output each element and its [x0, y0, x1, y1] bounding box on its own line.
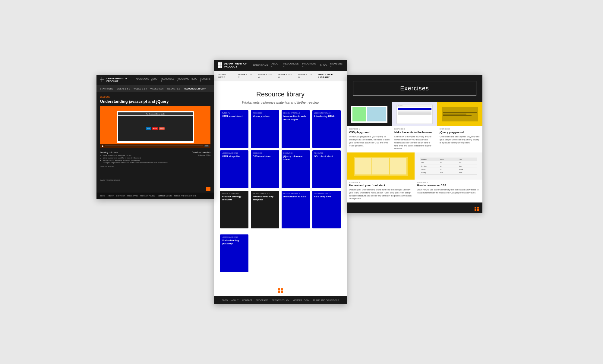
exercise-title-3: jQuery playground — [440, 131, 480, 134]
play-button[interactable]: ▶ — [102, 145, 104, 147]
screens-container: DEPARTMENT OF PRODUCT ADMISSIONS ABOUT ▾… — [96, 60, 507, 305]
learning-section: Learning outcomes: What javascript is an… — [100, 151, 210, 167]
exercise-body-3: EXERCISE 3 jQuery playground Understand … — [437, 126, 482, 147]
exercise-card-2[interactable]: EXERCISE 2 Make live edits in the browse… — [392, 102, 437, 153]
table-row-4: padding px/% inner — [420, 171, 477, 174]
video-player[interactable]: The Document Object Model React Angular … — [100, 106, 210, 148]
tech-badge-angular: Angular — [152, 127, 158, 130]
center-footer-login[interactable]: MEMBER LOGIN — [293, 299, 309, 301]
card-title-7: SOL cheat sheet — [314, 155, 339, 158]
center-footer-programs[interactable]: PROGRAMS — [256, 299, 268, 301]
exercise-card-5[interactable]: Property Value Use color hex text font-s… — [415, 152, 482, 202]
th-1: Property — [420, 158, 439, 161]
lesson-label: LESSON 1 — [100, 96, 210, 98]
td-3-2: px — [439, 168, 458, 171]
th-2: Value — [439, 158, 458, 161]
center-nav-links: ADMISSIONS ABOUT RESOURCES PROGRAMS BLOG… — [253, 62, 343, 68]
exercise-card-4[interactable]: EXERCISE 4 Understand your front stack D… — [347, 152, 415, 202]
exercises-header: Exercises — [347, 75, 482, 102]
card-title-5: CSS cheat sheet — [253, 155, 277, 158]
footer-blog[interactable]: BLOG — [100, 195, 105, 197]
download-link[interactable]: Help and FAQs — [192, 154, 210, 156]
center-subnav-weeks78[interactable]: WEEKS 7 & 8 — [298, 73, 313, 79]
resource-card-sql-cheat[interactable]: Resource SOL cheat sheet — [312, 150, 341, 188]
footer-privacy[interactable]: PRIVACY POLICY — [140, 195, 155, 197]
browser-bar — [397, 105, 432, 107]
left-subnav-weeks78[interactable]: WEEKS 7 & 8 — [167, 88, 180, 90]
exercise-card-1[interactable]: EXERCISE 1 CSS playground In this CSS pl… — [347, 102, 392, 153]
exercises-title-box: Exercises — [353, 81, 476, 96]
table-row-2: font-size px size — [420, 165, 477, 168]
card-type-0: Tutorial — [222, 112, 247, 114]
card-type-11: Lesson materials — [314, 193, 339, 194]
tech-badge-react: React — [146, 127, 151, 130]
center-footer-privacy[interactable]: PRIVACY POLICY — [272, 299, 289, 301]
th-3: Use — [458, 158, 477, 161]
table-row-3: margin px space — [420, 168, 477, 171]
exercise-desc-2: Learn how to navigate your way around de… — [394, 135, 435, 150]
resource-card-understanding-js[interactable]: Lesson materials Understanding javascrip… — [220, 234, 248, 272]
back-to-dashboard[interactable]: BACK TO DASHBOARD — [96, 177, 214, 184]
exercise-desc-1: In this CSS playground, you're going to … — [349, 135, 390, 147]
left-nav-blog[interactable]: BLOG — [191, 78, 197, 82]
center-divider — [241, 280, 320, 280]
center-nav-members[interactable]: MEMBERS — [330, 62, 343, 68]
left-nav-about[interactable]: ABOUT ▾ — [151, 78, 159, 82]
footer-programs[interactable]: PROGRAMS — [127, 195, 138, 197]
center-footer-contact[interactable]: CONTACT — [242, 299, 252, 301]
left-nav-members[interactable]: MEMBERS ▾ — [200, 78, 210, 82]
tech-badge-ember: ember — [159, 127, 164, 130]
td-3-1: margin — [420, 168, 439, 171]
center-dp-mark — [278, 288, 283, 293]
outcome-1: What javascript is and what it is not — [103, 155, 189, 156]
resource-card-product-strategy[interactable]: Product template Product Strategy Templa… — [220, 191, 248, 228]
center-nav-blog[interactable]: BLOG — [320, 64, 327, 67]
center-subnav-weeks34[interactable]: WEEKS 3 & 4 — [258, 73, 273, 79]
resource-card-intro-css[interactable]: Lesson materials Introduction to CSS — [282, 191, 310, 228]
outcomes-title: Learning outcomes: — [100, 151, 189, 153]
left-subnav-weeks56[interactable]: WEEKS 5 & 6 — [150, 88, 164, 90]
exercise-title-2: Make live edits in the browser — [394, 131, 435, 134]
card-type-7: Resource — [314, 152, 339, 154]
center-subnav-weeks56[interactable]: WEEKS 5 & 6 — [278, 73, 293, 79]
left-nav-resources[interactable]: RESOURCES ▾ — [161, 78, 174, 82]
resource-card-html-deep[interactable]: Lesson Materials HTML deep dive — [220, 150, 248, 188]
center-nav-admissions[interactable]: ADMISSIONS — [253, 64, 268, 67]
resource-card-html-cheat[interactable]: Tutorial HTML cheat sheet — [220, 110, 248, 148]
center-nav-about[interactable]: ABOUT — [271, 62, 280, 68]
left-subnav-weeks34[interactable]: WEEKS 3 & 4 — [134, 88, 147, 90]
center-nav-resources[interactable]: RESOURCES — [283, 62, 299, 68]
footer-about[interactable]: ABOUT — [108, 195, 114, 197]
resource-card-intro-html[interactable]: Lesson Materials Introducing HTML — [312, 110, 341, 148]
footer-terms[interactable]: TERMS AND CONDITIONS — [174, 195, 196, 197]
resource-card-intro-web[interactable]: Lesson Materials Introduction to web tec… — [282, 110, 310, 148]
exercise-card-3[interactable]: EXERCISE 3 jQuery playground Understand … — [437, 102, 482, 153]
resource-card-css-deep[interactable]: Lesson materials CSS deep dive — [312, 191, 341, 228]
left-nav-programs[interactable]: PROGRAMS ▾ — [177, 78, 189, 82]
exercise-desc-3: Understand the basic syntax of jQuery an… — [440, 135, 480, 144]
center-subnav-start[interactable]: START HERE — [218, 73, 233, 79]
td-2-3: size — [458, 165, 477, 168]
resource-card-memory[interactable]: Workbook Memory palace — [251, 110, 279, 148]
resource-card-product-roadmap[interactable]: Product template Product Roadmap Templat… — [251, 191, 279, 228]
center-footer-blog[interactable]: BLOG — [222, 299, 228, 301]
left-subnav-library[interactable]: RESOURCE LIBRARY — [184, 88, 206, 90]
td-1-2: hex — [439, 161, 458, 164]
footer-contact[interactable]: CONTACT — [116, 195, 125, 197]
left-nav-admissions[interactable]: ADMISSIONS — [136, 78, 149, 82]
code-snippet — [442, 107, 478, 121]
center-footer-terms[interactable]: TERMS AND CONDITIONS — [313, 299, 339, 301]
resource-card-jquery-ref[interactable]: Resource jQuery reference sheet — [282, 150, 310, 188]
exercise-thumb-4 — [347, 152, 415, 180]
video-progress[interactable] — [105, 146, 203, 146]
video-controls: ▶ HD — [100, 144, 210, 148]
center-subnav-weeks12[interactable]: WEEKS 1 & 2 — [238, 73, 253, 79]
left-subnav-start[interactable]: START HERE — [100, 88, 113, 90]
left-subnav-weeks12[interactable]: WEEKS 1 & 2 — [117, 88, 130, 90]
td-4-2: px/% — [439, 171, 458, 174]
resource-card-css-cheat[interactable]: Resource CSS cheat sheet — [251, 150, 279, 188]
center-subnav-library[interactable]: RESOURCE LIBRARY — [318, 73, 343, 79]
footer-login[interactable]: MEMBER LOGIN — [157, 195, 172, 197]
center-nav-programs[interactable]: PROGRAMS — [302, 62, 317, 68]
center-footer-about[interactable]: ABOUT — [231, 299, 238, 301]
